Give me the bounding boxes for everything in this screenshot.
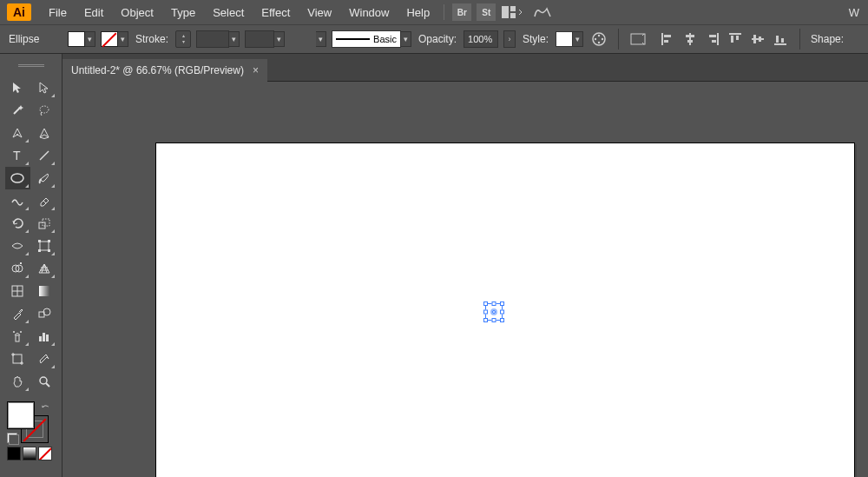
shaper-tool[interactable] [5, 189, 30, 212]
fill-stroke-control[interactable]: ⤺ [7, 401, 49, 443]
resize-handle-ne[interactable] [500, 301, 504, 306]
fill-swatch[interactable] [68, 31, 85, 47]
chevron-down-icon[interactable]: ▾ [85, 31, 95, 47]
fill-color-control[interactable]: ▾ [68, 31, 95, 47]
align-hcenter-button[interactable] [680, 29, 700, 50]
canvas-workspace[interactable] [62, 82, 868, 477]
width-tool[interactable] [5, 235, 30, 257]
pen-tool[interactable] [5, 122, 30, 144]
stroke-color-control[interactable]: ▾ [101, 31, 128, 47]
gpu-preview-icon[interactable] [529, 3, 556, 21]
scale-tool[interactable] [32, 212, 57, 235]
opacity-dropdown[interactable]: › [503, 30, 516, 48]
stroke-weight-field[interactable]: ▾ [196, 30, 240, 48]
chevron-down-icon[interactable]: ▾ [274, 31, 285, 47]
perspective-grid-tool[interactable] [32, 257, 57, 280]
swap-fill-stroke-icon[interactable]: ⤺ [42, 401, 49, 411]
curvature-tool[interactable] [32, 122, 57, 144]
menu-select[interactable]: Select [204, 2, 253, 23]
shape-builder-tool[interactable] [5, 257, 30, 280]
paintbrush-tool[interactable] [32, 167, 57, 189]
direct-selection-tool[interactable] [32, 76, 57, 99]
svg-rect-40 [48, 249, 50, 252]
chevron-down-icon[interactable]: ▾ [573, 31, 583, 47]
line-segment-tool[interactable] [32, 144, 57, 167]
svg-rect-14 [687, 40, 693, 43]
resize-handle-se[interactable] [500, 318, 504, 322]
magic-wand-tool[interactable] [5, 99, 30, 122]
variable-width-profile[interactable]: ▾ ▾ [245, 30, 326, 48]
align-left-button[interactable] [657, 29, 678, 50]
divider [799, 29, 800, 50]
menu-object[interactable]: Object [112, 2, 162, 23]
stroke-weight-stepper[interactable]: ▴▾ [175, 30, 191, 48]
gradient-tool[interactable] [32, 280, 57, 302]
panel-grip[interactable] [18, 64, 44, 68]
selection-center-icon[interactable] [492, 310, 496, 314]
color-mode-solid[interactable] [7, 447, 21, 460]
graphic-style-control[interactable]: ▾ [556, 31, 583, 47]
artboard-tool[interactable] [5, 348, 30, 370]
style-swatch[interactable] [556, 31, 573, 47]
menu-type[interactable]: Type [162, 2, 204, 23]
type-tool[interactable]: T [5, 144, 30, 167]
blend-tool[interactable] [32, 302, 57, 325]
align-top-button[interactable] [725, 29, 746, 50]
stock-icon[interactable]: St [477, 3, 496, 21]
free-transform-tool[interactable] [32, 235, 57, 257]
default-fill-stroke-icon[interactable] [7, 433, 17, 443]
eraser-tool[interactable] [32, 189, 57, 212]
menu-edit[interactable]: Edit [76, 2, 112, 23]
svg-point-6 [598, 42, 600, 43]
workspace-switcher[interactable]: W [849, 6, 861, 19]
bridge-icon[interactable]: Br [452, 3, 471, 21]
align-vcenter-button[interactable] [747, 29, 768, 50]
svg-rect-55 [13, 354, 22, 363]
mesh-tool[interactable] [5, 280, 30, 302]
close-tab-button[interactable]: × [253, 64, 259, 76]
resize-handle-e[interactable] [500, 310, 504, 315]
selected-object[interactable] [483, 301, 504, 322]
menu-effect[interactable]: Effect [253, 2, 299, 23]
color-mode-gradient[interactable] [23, 447, 36, 460]
align-right-button[interactable] [702, 29, 723, 50]
resize-handle-w[interactable] [483, 310, 488, 315]
color-mode-none[interactable] [38, 447, 52, 460]
resize-handle-sw[interactable] [483, 318, 488, 322]
opacity-input[interactable]: 100% [464, 30, 498, 48]
document-tab[interactable]: Untitled-2* @ 66.67% (RGB/Preview) × [62, 59, 267, 82]
svg-rect-1 [510, 6, 516, 11]
selection-tool[interactable] [5, 76, 30, 99]
lasso-tool[interactable] [32, 99, 57, 122]
chevron-down-icon[interactable]: ▾ [316, 31, 326, 47]
artboard[interactable] [155, 142, 855, 477]
menu-window[interactable]: Window [340, 2, 398, 23]
chevron-down-icon[interactable]: ▾ [401, 31, 411, 47]
menu-file[interactable]: File [40, 2, 76, 23]
eyedropper-tool[interactable] [5, 302, 30, 325]
menu-view[interactable]: View [299, 2, 340, 23]
brush-definition[interactable]: Basic ▾ [332, 30, 411, 48]
resize-handle-n[interactable] [492, 301, 496, 306]
svg-point-32 [11, 174, 23, 182]
rotate-tool[interactable] [5, 212, 30, 235]
arrange-documents-button[interactable] [500, 3, 526, 21]
slice-tool[interactable] [32, 348, 57, 370]
svg-rect-10 [664, 35, 671, 37]
menu-help[interactable]: Help [398, 2, 438, 23]
resize-handle-s[interactable] [492, 318, 496, 322]
align-bottom-button[interactable] [770, 29, 791, 50]
ellipse-tool[interactable] [5, 167, 30, 189]
resize-handle-nw[interactable] [483, 301, 488, 306]
stroke-weight-input[interactable] [196, 30, 229, 48]
chevron-down-icon[interactable]: ▾ [118, 31, 128, 47]
fill-color-swatch[interactable] [7, 401, 35, 429]
isolate-object-button[interactable] [628, 29, 648, 50]
recolor-artwork-button[interactable] [589, 29, 609, 50]
stroke-swatch-none[interactable] [101, 31, 118, 47]
chevron-down-icon[interactable]: ▾ [229, 31, 240, 47]
symbol-sprayer-tool[interactable] [5, 325, 30, 348]
column-graph-tool[interactable] [32, 325, 57, 348]
zoom-tool[interactable] [32, 370, 57, 393]
hand-tool[interactable] [5, 370, 30, 393]
